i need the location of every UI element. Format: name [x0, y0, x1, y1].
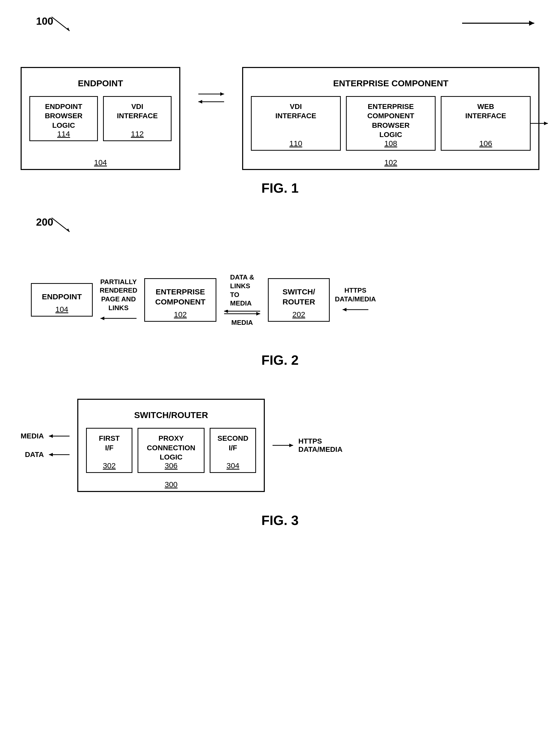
- fig3-media-text: MEDIA: [21, 432, 44, 440]
- fig3-data-text: DATA: [25, 451, 44, 459]
- svg-marker-1: [66, 28, 70, 31]
- svg-marker-13: [100, 317, 104, 320]
- inner-box-108: ENTERPRISECOMPONENTBROWSERLOGIC 108: [346, 96, 436, 151]
- inner-box-114: ENDPOINTBROWSERLOGIC 114: [29, 96, 98, 141]
- fig1-center-arrow: [196, 88, 227, 108]
- inner-box-110: VDIINTERFACE 110: [251, 96, 341, 151]
- fig1-caption: FIG. 1: [21, 180, 539, 196]
- svg-marker-23: [49, 453, 53, 456]
- inner-box-114-text: ENDPOINTBROWSERLOGIC: [34, 102, 93, 130]
- inner-box-302: FIRSTI/F 302: [86, 428, 132, 473]
- fig1-diagram: ENDPOINT ENDPOINTBROWSERLOGIC 114 VDIINT…: [21, 52, 539, 170]
- fig3-diagram: MEDIA DATA SWITCH/ROUTER: [21, 388, 539, 502]
- fig2-diagram: ENDPOINT 104 PARTIALLYRENDEREDPAGE ANDLI…: [21, 258, 539, 342]
- inner-box-112-num: 112: [131, 130, 144, 138]
- inner-box-106-num: 106: [479, 139, 492, 148]
- inner-box-304: SECONDI/F 304: [210, 428, 256, 473]
- inner-box-302-num: 302: [103, 461, 116, 470]
- fig2-switch-text: SWITCH/ROUTER: [275, 287, 323, 307]
- inner-box-302-text: FIRSTI/F: [91, 434, 128, 453]
- inner-box-108-text: ENTERPRISECOMPONENTBROWSERLOGIC: [351, 102, 431, 140]
- fig2-endpoint-text: ENDPOINT: [38, 292, 86, 302]
- inner-box-306-num: 306: [165, 461, 177, 470]
- fig2-enterprise-102: ENTERPRISECOMPONENT 102: [144, 278, 216, 322]
- web-interface-right-arrow: [530, 120, 553, 127]
- enterprise-inner: VDIINTERFACE 110 ENTERPRISECOMPONENTBROW…: [251, 96, 531, 151]
- fig2-partial-arrow: [98, 315, 139, 322]
- fig2-ref-arrow: [52, 218, 72, 233]
- endpoint-box-104: ENDPOINT ENDPOINTBROWSERLOGIC 114 VDIINT…: [21, 67, 180, 170]
- inner-box-306: PROXYCONNECTIONLOGIC 306: [138, 428, 205, 473]
- inner-box-110-text: VDIINTERFACE: [256, 102, 336, 121]
- fig3-media-label: MEDIA: [21, 432, 72, 440]
- fig1-label-100: 100: [36, 15, 53, 27]
- inner-box-306-text: PROXYCONNECTIONLOGIC: [142, 434, 200, 462]
- inner-box-106-text: WEBINTERFACE: [445, 102, 526, 121]
- switch-router-outer-300: SWITCH/ROUTER FIRSTI/F 302 PROXYCONNECTI…: [77, 399, 265, 492]
- fig2-switch-202: SWITCH/ROUTER 202: [268, 278, 330, 322]
- inner-box-114-num: 114: [57, 130, 70, 138]
- svg-marker-7: [198, 100, 202, 104]
- fig2-arrow-partial: PARTIALLYRENDEREDPAGE ANDLINKS: [98, 278, 139, 322]
- fig3-left-labels: MEDIA DATA: [21, 432, 72, 459]
- switch-router-inner: FIRSTI/F 302 PROXYCONNECTIONLOGIC 306 SE…: [86, 428, 256, 473]
- fig1-top-arrow: [462, 18, 539, 28]
- endpoint-title: ENDPOINT: [29, 78, 172, 88]
- fig2-endpoint-104: ENDPOINT 104: [31, 283, 93, 317]
- fig2-https-arrow: [340, 306, 371, 313]
- svg-marker-5: [220, 92, 224, 96]
- fig3-media-arrow: [46, 433, 72, 439]
- inner-box-112-text: VDIINTERFACE: [108, 102, 167, 121]
- bidirectional-arrow: [196, 88, 227, 108]
- endpoint-inner: ENDPOINTBROWSERLOGIC 114 VDIINTERFACE 11…: [29, 96, 172, 141]
- svg-marker-11: [66, 228, 70, 232]
- fig2-caption: FIG. 2: [21, 352, 539, 368]
- fig3-right-labels: HTTPSDATA/MEDIA: [270, 437, 343, 454]
- endpoint-104-num: 104: [94, 158, 107, 167]
- svg-marker-25: [289, 444, 293, 447]
- fig3-https-label: HTTPSDATA/MEDIA: [270, 437, 343, 454]
- fig2-label-200: 200: [36, 216, 53, 228]
- inner-box-106: WEBINTERFACE 106: [441, 96, 531, 151]
- inner-box-304-num: 304: [226, 461, 239, 470]
- fig2-enterprise-num: 102: [174, 310, 187, 319]
- page: 100 ENDPOINT ENDPOINTBROWSERLOGIC: [0, 0, 560, 730]
- fig2-arrow-data: DATA &LINKSTOMEDIA MEDIA: [222, 273, 263, 327]
- fig3-data-arrow: [46, 452, 72, 458]
- inner-box-112: VDIINTERFACE 112: [103, 96, 172, 141]
- svg-marker-21: [49, 434, 53, 438]
- enterprise-box-102: ENTERPRISE COMPONENT VDIINTERFACE 110 EN…: [242, 67, 539, 170]
- fig3-https-text: HTTPSDATA/MEDIA: [298, 437, 343, 454]
- svg-marker-9: [544, 122, 548, 125]
- inner-box-108-num: 108: [384, 139, 397, 148]
- fig3-caption: FIG. 3: [21, 513, 539, 528]
- fig2-arrow-https: HTTPSDATA/MEDIA: [335, 286, 376, 313]
- figure-3-section: MEDIA DATA SWITCH/ROUTER: [21, 388, 539, 528]
- svg-marker-19: [343, 308, 346, 311]
- fig2-data-arrow: [222, 310, 263, 318]
- enterprise-title: ENTERPRISE COMPONENT: [251, 78, 531, 88]
- fig2-switch-num: 202: [292, 310, 305, 319]
- fig3-data-label: DATA: [25, 451, 72, 459]
- figure-2-section: 200 ENDPOINT 104 PARTIALLYRENDEREDPAGE A…: [21, 216, 539, 368]
- svg-marker-3: [529, 21, 534, 26]
- figure-1-section: 100 ENDPOINT ENDPOINTBROWSERLOGIC: [21, 15, 539, 196]
- switch-router-title: SWITCH/ROUTER: [86, 410, 256, 420]
- svg-marker-15: [256, 312, 260, 316]
- fig1-ref-arrow: [52, 17, 72, 32]
- svg-marker-17: [224, 310, 228, 313]
- inner-box-304-text: SECONDI/F: [214, 434, 251, 453]
- switch-router-300-num: 300: [165, 480, 177, 489]
- enterprise-102-num: 102: [384, 158, 397, 167]
- fig2-enterprise-text: ENTERPRISECOMPONENT: [151, 287, 209, 307]
- fig3-https-arrow: [270, 442, 296, 448]
- fig2-endpoint-num: 104: [55, 305, 68, 314]
- inner-box-110-num: 110: [289, 139, 302, 148]
